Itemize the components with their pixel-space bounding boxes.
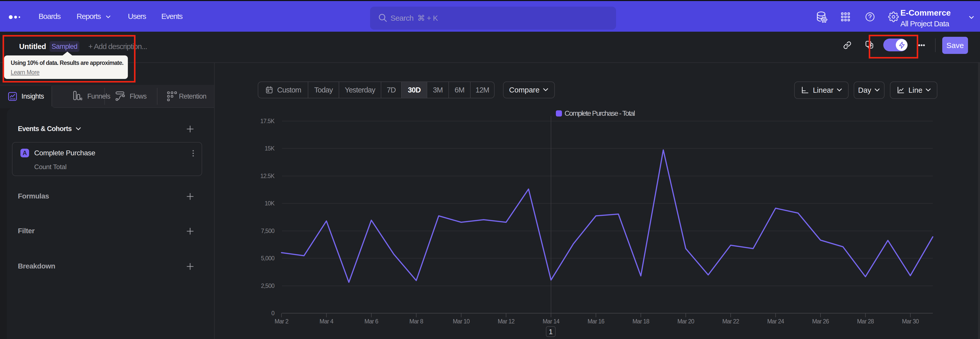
svg-text:Mar 18: Mar 18: [632, 318, 649, 325]
svg-text:Mar 30: Mar 30: [902, 318, 919, 325]
svg-text:10K: 10K: [265, 200, 275, 207]
svg-text:17.5K: 17.5K: [260, 118, 275, 125]
svg-text:Mar 24: Mar 24: [767, 318, 784, 325]
svg-text:Mar 8: Mar 8: [409, 318, 423, 325]
svg-text:Mar 4: Mar 4: [320, 318, 334, 325]
svg-text:Mar 28: Mar 28: [857, 318, 874, 325]
svg-text:Mar 22: Mar 22: [722, 318, 739, 325]
svg-text:Mar 26: Mar 26: [812, 318, 829, 325]
svg-text:Mar 6: Mar 6: [364, 318, 378, 325]
svg-text:12.5K: 12.5K: [260, 173, 275, 179]
svg-text:Mar 2: Mar 2: [275, 318, 288, 325]
svg-text:Mar 12: Mar 12: [498, 318, 514, 325]
svg-text:15K: 15K: [265, 145, 275, 152]
svg-text:0: 0: [271, 310, 274, 317]
svg-text:Mar 10: Mar 10: [453, 318, 469, 325]
svg-text:7,500: 7,500: [261, 228, 274, 234]
svg-text:2,500: 2,500: [261, 283, 274, 289]
svg-text:5,000: 5,000: [261, 255, 274, 262]
svg-text:Mar 16: Mar 16: [587, 318, 605, 325]
svg-text:Mar 14: Mar 14: [542, 318, 560, 325]
svg-text:Mar 20: Mar 20: [677, 318, 694, 325]
